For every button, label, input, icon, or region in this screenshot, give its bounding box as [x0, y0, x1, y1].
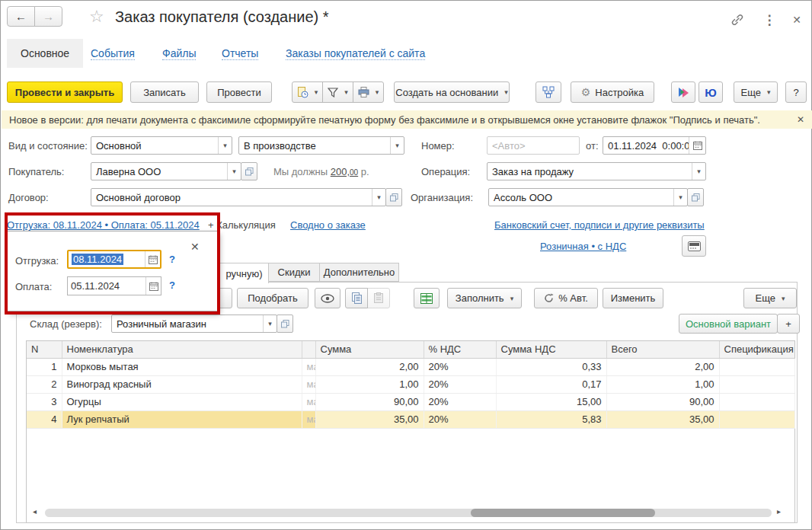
cell-frag[interactable]: ма: [302, 358, 315, 375]
cell-sum[interactable]: 90,00: [315, 393, 424, 410]
chevron-down-icon[interactable]: [227, 163, 241, 180]
popup-pay-field[interactable]: 05.11.2024: [67, 276, 161, 295]
col-header-fragment[interactable]: [302, 341, 315, 358]
chevron-down-icon[interactable]: [372, 189, 385, 206]
table-row[interactable]: 1Морковь мытаяма2,0020%0,332,00: [27, 358, 794, 375]
cell-spec[interactable]: [719, 375, 794, 393]
cell-num[interactable]: 4: [27, 410, 62, 428]
cell-num[interactable]: 3: [27, 393, 62, 410]
cell-name[interactable]: Виноград красный: [62, 375, 302, 393]
filter-icon[interactable]: [322, 81, 353, 103]
add-button-fragment[interactable]: [216, 288, 232, 308]
number-field[interactable]: <Авто>: [487, 136, 580, 155]
post-button[interactable]: Провести: [206, 81, 272, 103]
col-header-total[interactable]: Всего: [606, 341, 719, 358]
forward-button[interactable]: [34, 6, 62, 27]
tab-reports[interactable]: Отчеты: [222, 47, 258, 60]
hscrollbar-thumb[interactable]: [471, 509, 655, 517]
table-row[interactable]: 4Лук репчатыйма35,0020%5,8335,00: [27, 410, 794, 428]
warehouse-open-icon[interactable]: [277, 314, 293, 333]
cell-name[interactable]: Морковь мытая: [62, 358, 302, 375]
table-more-button[interactable]: Еще: [743, 288, 797, 308]
paste-icon[interactable]: [367, 288, 390, 308]
calculation-label[interactable]: + Калькуляция: [208, 219, 276, 231]
calendar-icon[interactable]: [145, 251, 160, 267]
popup-ship-help[interactable]: ?: [169, 254, 175, 265]
favorite-star-icon[interactable]: [89, 7, 104, 27]
pick-button[interactable]: Подобрать: [237, 288, 308, 308]
cell-spec[interactable]: [719, 358, 794, 375]
table-settings-icon[interactable]: [414, 288, 440, 308]
settings-button[interactable]: ⚙ Настройка: [571, 81, 654, 103]
cell-vatsum[interactable]: 0,33: [496, 358, 606, 375]
cell-vatsum[interactable]: 0,17: [496, 375, 606, 393]
related-documents-icon[interactable]: [535, 81, 561, 103]
col-header-n[interactable]: N: [27, 341, 62, 358]
scroll-right-icon[interactable]: [777, 507, 781, 516]
fill-button[interactable]: Заполнить: [447, 288, 522, 308]
org-open-icon[interactable]: [687, 188, 704, 206]
chevron-down-icon[interactable]: [692, 163, 705, 180]
chevron-down-icon[interactable]: [218, 137, 232, 154]
date-field[interactable]: 01.11.2024 0:00:00: [603, 136, 706, 155]
cell-vat[interactable]: 20%: [424, 358, 496, 375]
chevron-down-icon[interactable]: [673, 189, 687, 206]
chevron-down-icon[interactable]: [263, 315, 277, 332]
notice-close-icon[interactable]: [797, 114, 804, 125]
post-and-close-button[interactable]: Провести и закрыть: [7, 81, 123, 103]
cell-total[interactable]: 2,00: [606, 358, 719, 375]
calendar-icon[interactable]: [689, 137, 705, 154]
tab-discounts[interactable]: Скидки: [268, 263, 320, 282]
operation-combo[interactable]: Заказ на продажу: [487, 162, 706, 180]
print-icon[interactable]: [353, 81, 384, 103]
price-terminal-icon[interactable]: [682, 235, 706, 257]
tab-additional[interactable]: Дополнительно: [319, 263, 399, 282]
create-from-button[interactable]: Создать на основании: [394, 81, 510, 103]
cell-name[interactable]: Огурцы: [62, 393, 302, 410]
write-button[interactable]: Записать: [130, 81, 199, 103]
cell-frag[interactable]: ма: [302, 375, 315, 393]
cell-sum[interactable]: 1,00: [315, 375, 424, 393]
debt-amount[interactable]: 200,00: [331, 166, 358, 177]
cell-vatsum[interactable]: 15,00: [496, 393, 606, 410]
tab-items-partial[interactable]: ручную): [219, 263, 269, 283]
eye-icon[interactable]: [315, 288, 340, 308]
popup-close-icon[interactable]: [190, 241, 200, 253]
tab-main[interactable]: Основное: [7, 39, 83, 68]
col-header-nomenclature[interactable]: Номенклатура: [62, 341, 302, 358]
exchange-service-icon[interactable]: [671, 81, 695, 103]
col-header-sum[interactable]: Сумма: [315, 341, 424, 358]
copy-icon[interactable]: [345, 288, 368, 308]
variant-main-button[interactable]: Основной вариант: [679, 314, 778, 334]
popup-pay-help[interactable]: ?: [169, 279, 175, 291]
buyer-open-icon[interactable]: [241, 162, 257, 180]
popup-ship-field[interactable]: 08.11.2024: [67, 250, 161, 269]
cell-vatsum[interactable]: 5,83: [496, 410, 606, 428]
contract-open-icon[interactable]: [385, 188, 402, 206]
warehouse-combo[interactable]: Розничный магазин: [111, 314, 277, 333]
cell-num[interactable]: 2: [27, 375, 62, 393]
scroll-left-icon[interactable]: [33, 507, 37, 516]
cell-name[interactable]: Лук репчатый: [62, 410, 302, 428]
cell-num[interactable]: 1: [27, 358, 62, 375]
cell-total[interactable]: 90,00: [606, 393, 719, 410]
cell-frag[interactable]: ма: [302, 410, 315, 428]
cell-vat[interactable]: 20%: [424, 375, 496, 393]
tab-files[interactable]: Файлы: [162, 47, 196, 60]
cell-total[interactable]: 1,00: [606, 375, 719, 393]
cell-spec[interactable]: [719, 410, 794, 428]
edit-button[interactable]: Изменить: [603, 288, 663, 308]
order-summary-link[interactable]: Сводно о заказе: [290, 219, 366, 231]
col-header-spec[interactable]: Спецификация: [719, 341, 794, 358]
cell-vat[interactable]: 20%: [424, 410, 496, 428]
back-button[interactable]: [7, 6, 35, 27]
toolbar-more-button[interactable]: Еще: [734, 81, 778, 103]
cell-vat[interactable]: 20%: [424, 393, 496, 410]
cell-sum[interactable]: 35,00: [315, 410, 424, 428]
link-icon[interactable]: [729, 11, 746, 28]
cell-sum[interactable]: 2,00: [315, 358, 424, 375]
kind-combo[interactable]: Основной: [91, 136, 232, 155]
contract-combo[interactable]: Основной договор: [91, 188, 386, 206]
org-combo[interactable]: Ассоль ООО: [488, 188, 688, 206]
shipping-payment-link[interactable]: Отгрузка: 08.11.2024 • Оплата: 05.11.202…: [7, 219, 200, 231]
